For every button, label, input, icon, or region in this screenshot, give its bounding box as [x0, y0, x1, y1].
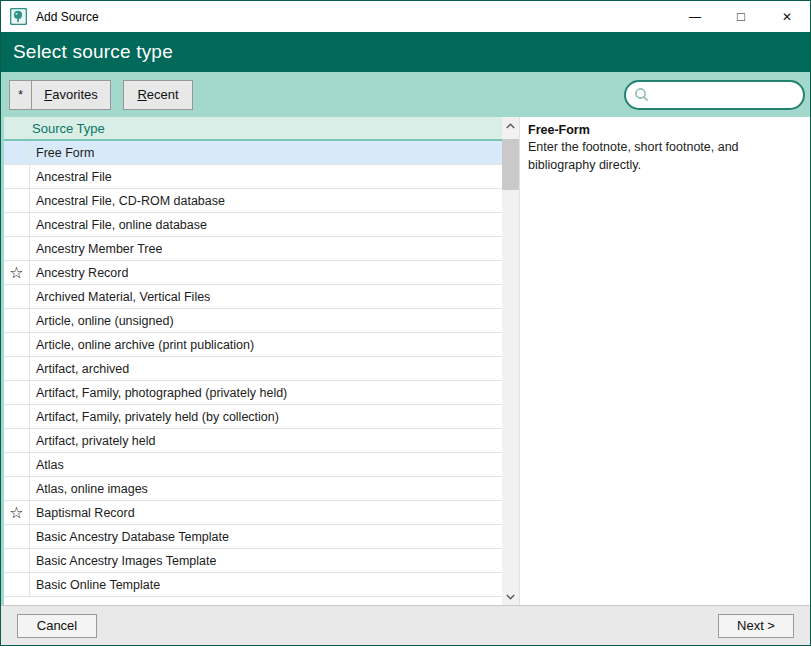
list-item[interactable]: Atlas — [4, 453, 502, 477]
dialog-footer: Cancel Next > — [1, 605, 810, 645]
close-icon: ✕ — [782, 10, 792, 24]
star-cell-empty — [4, 453, 30, 476]
window-controls: — □ ✕ — [672, 1, 810, 32]
app-tree-icon — [10, 8, 27, 25]
toolbar: * Favorites Recent — [1, 72, 810, 117]
column-header-label: Source Type — [32, 121, 105, 136]
list-item[interactable]: Atlas, online images — [4, 477, 502, 501]
star-cell-empty — [4, 309, 30, 332]
star-cell-empty — [4, 237, 30, 260]
list-item-label: Artifact, privately held — [30, 429, 156, 452]
recent-button[interactable]: Recent — [123, 80, 193, 110]
star-cell-empty — [4, 165, 30, 188]
list-item-label: Ancestral File, CD-ROM database — [30, 189, 225, 212]
star-cell-empty — [4, 285, 30, 308]
list-item-label: Ancestry Record — [30, 261, 128, 284]
source-type-list-pane: Source Type Free FormAncestral FileAnces… — [4, 117, 519, 605]
main-area: Source Type Free FormAncestral FileAnces… — [1, 117, 810, 605]
list-item[interactable]: Ancestry Member Tree — [4, 237, 502, 261]
add-source-dialog: Add Source — □ ✕ Select source type * Fa… — [0, 0, 811, 646]
minimize-button[interactable]: — — [672, 1, 718, 32]
list-item[interactable]: Artifact, Family, photographed (privatel… — [4, 381, 502, 405]
star-cell-empty — [4, 429, 30, 452]
list-item-label: Ancestral File, online database — [30, 213, 207, 236]
list-item[interactable]: Free Form — [4, 141, 502, 165]
search-icon — [633, 86, 651, 104]
dialog-header: Select source type — [1, 32, 810, 72]
minimize-icon: — — [689, 10, 701, 24]
list-item[interactable]: ☆Baptismal Record — [4, 501, 502, 525]
list-item[interactable]: Ancestral File, CD-ROM database — [4, 189, 502, 213]
scroll-down-button[interactable] — [502, 588, 519, 605]
source-type-detail-panel: Free-Form Enter the footnote, short foot… — [519, 117, 810, 605]
list-item[interactable]: Article, online archive (print publicati… — [4, 333, 502, 357]
star-cell-empty — [4, 333, 30, 356]
page-title: Select source type — [13, 41, 173, 63]
next-button[interactable]: Next > — [718, 614, 794, 638]
search-input[interactable] — [651, 85, 803, 105]
list-item-label: Atlas, online images — [30, 477, 148, 500]
list-item-label: Ancestral File — [30, 165, 112, 188]
column-header-source-type[interactable]: Source Type — [4, 117, 502, 141]
star-cell-empty — [4, 381, 30, 404]
favorite-star-icon: ☆ — [4, 501, 30, 524]
star-cell-empty — [4, 525, 30, 548]
star-cell-empty — [4, 405, 30, 428]
list-item[interactable]: Ancestral File — [4, 165, 502, 189]
list-item[interactable]: ☆Ancestry Record — [4, 261, 502, 285]
list-item[interactable]: Article, online (unsigned) — [4, 309, 502, 333]
list-item[interactable]: Basic Ancestry Images Template — [4, 549, 502, 573]
star-cell-empty — [4, 141, 30, 164]
window-title: Add Source — [36, 10, 99, 24]
close-button[interactable]: ✕ — [764, 1, 810, 32]
list-item[interactable]: Artifact, privately held — [4, 429, 502, 453]
list-item-label: Ancestry Member Tree — [30, 237, 162, 260]
list-item-label: Archived Material, Vertical Files — [30, 285, 210, 308]
maximize-icon: □ — [737, 9, 745, 24]
scrollbar-track[interactable] — [502, 134, 519, 588]
star-cell-empty — [4, 477, 30, 500]
star-cell-empty — [4, 213, 30, 236]
maximize-button[interactable]: □ — [718, 1, 764, 32]
source-type-rows: Free FormAncestral FileAncestral File, C… — [4, 141, 502, 605]
list-item-label: Basic Ancestry Images Template — [30, 549, 216, 572]
list-item-label: Article, online (unsigned) — [30, 309, 174, 332]
list-item-label: Basic Online Template — [30, 573, 160, 596]
star-cell-empty — [4, 357, 30, 380]
list-item-label: Artifact, Family, privately held (by col… — [30, 405, 279, 428]
next-label: Next > — [737, 618, 775, 633]
chevron-up-icon — [506, 123, 515, 129]
search-box[interactable] — [624, 80, 805, 110]
cancel-label: Cancel — [37, 618, 77, 633]
favorites-button[interactable]: Favorites — [31, 80, 111, 110]
list-item-label: Basic Ancestry Database Template — [30, 525, 229, 548]
list-item-label: Artifact, archived — [30, 357, 129, 380]
list-item-label: Baptismal Record — [30, 501, 135, 524]
list-item-label: Atlas — [30, 453, 64, 476]
list-item[interactable]: Ancestral File, online database — [4, 213, 502, 237]
star-cell-empty — [4, 189, 30, 212]
recent-label: Recent — [137, 87, 178, 102]
list-item[interactable]: Basic Ancestry Database Template — [4, 525, 502, 549]
favorite-star-icon: ☆ — [4, 261, 30, 284]
list-item[interactable]: Artifact, archived — [4, 357, 502, 381]
list-item-label: Article, online archive (print publicati… — [30, 333, 254, 356]
list-item-label: Free Form — [30, 141, 94, 164]
starred-filter-label: * — [18, 88, 23, 102]
source-type-list: Source Type Free FormAncestral FileAnces… — [4, 117, 502, 605]
star-glyph: ☆ — [9, 265, 23, 281]
list-scrollbar[interactable] — [502, 117, 519, 605]
starred-filter-button[interactable]: * — [9, 80, 32, 110]
star-cell-empty — [4, 549, 30, 572]
scroll-up-button[interactable] — [502, 117, 519, 134]
title-bar: Add Source — □ ✕ — [1, 1, 810, 32]
cancel-button[interactable]: Cancel — [17, 614, 97, 638]
detail-description: Enter the footnote, short footnote, and … — [528, 138, 804, 174]
star-cell-empty — [4, 573, 30, 596]
list-item[interactable]: Artifact, Family, privately held (by col… — [4, 405, 502, 429]
list-item[interactable]: Archived Material, Vertical Files — [4, 285, 502, 309]
star-glyph: ☆ — [9, 505, 23, 521]
list-item-label: Artifact, Family, photographed (privatel… — [30, 381, 287, 404]
scrollbar-thumb[interactable] — [502, 139, 519, 190]
list-item[interactable]: Basic Online Template — [4, 573, 502, 597]
